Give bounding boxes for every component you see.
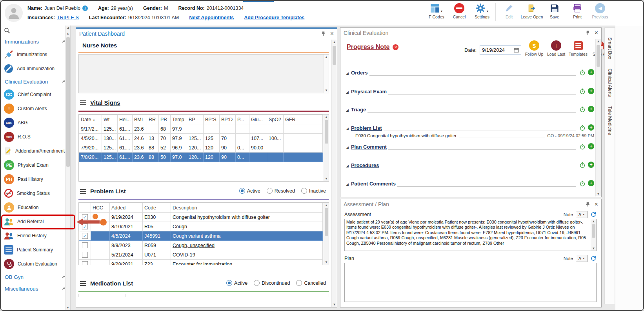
clinical-evaluation-scrollbar[interactable]: ▲ ▼ (595, 39, 601, 196)
note-style-dropdown[interactable]: A▼ (576, 211, 588, 218)
timer-icon[interactable] (579, 106, 586, 113)
radio-off-icon[interactable] (296, 280, 302, 286)
add-icon[interactable]: + (588, 124, 594, 131)
vital-signs-scrollbar[interactable]: ▲ ▼ (324, 115, 329, 181)
column-header-date[interactable]: Date ▼ (79, 115, 102, 124)
problem-row[interactable]: 5/21/2024 U071 COVID-19 (79, 250, 323, 260)
expander-icon[interactable]: ◢ (346, 145, 349, 149)
vitals-row[interactable]: 4/5/20...130...61....24.6137097.9125...1… (79, 134, 323, 143)
section-physical-exam[interactable]: ◢ Physical Exam + (346, 87, 594, 95)
remove-note-icon[interactable]: × (393, 44, 398, 50)
pin-icon[interactable] (321, 31, 326, 36)
tab-tele-medicine[interactable]: Tele Medicine (607, 102, 613, 139)
hamburger-menu-icon[interactable] (80, 189, 86, 194)
radio-off-icon[interactable] (301, 188, 307, 194)
expander-icon[interactable]: ◢ (346, 182, 349, 186)
next-appointments-link[interactable]: Next Appointments (189, 15, 234, 20)
problem-list-entry[interactable]: E030 Congenital hypothyroidism with diff… (355, 132, 594, 138)
sidebar-item-addendum-amendments[interactable]: Addendum/Amendments (1, 144, 70, 158)
add-icon[interactable]: + (588, 143, 594, 149)
add-icon[interactable]: + (588, 69, 594, 75)
checkbox-checked[interactable]: ✓ (82, 214, 88, 220)
column-header[interactable]: BP (187, 115, 204, 124)
sidebar-section-ob-gyn[interactable]: OB Gyn (1, 271, 70, 283)
load-last-button[interactable]: ↓ Load Last (546, 40, 566, 56)
checkbox-unchecked[interactable] (82, 261, 88, 265)
scrollbar-thumb[interactable] (325, 120, 328, 144)
close-icon[interactable]: × (595, 30, 598, 36)
collapse-sidebar-icon[interactable]: ◀ (65, 26, 70, 30)
sidebar-item-immunizations[interactable]: Immunizations (1, 47, 70, 62)
scroll-up-icon[interactable]: ▲ (324, 204, 329, 207)
vitals-row-selected[interactable]: 7/8/20...125...61....23.6885097.0120...1… (79, 153, 323, 162)
sidebar-item-ros[interactable]: ROS R.O.S (1, 130, 70, 144)
radio-off-icon[interactable] (267, 188, 273, 194)
scroll-up-icon[interactable]: ▲ (596, 40, 601, 43)
scroll-down-icon[interactable]: ▼ (332, 303, 337, 306)
dashboard-scrollbar[interactable]: ▲ ▼ (331, 40, 337, 307)
nurse-notes-scrollbar[interactable]: ▲ ▼ (324, 55, 329, 93)
edit-button[interactable]: Edit (499, 2, 519, 19)
filter-cancelled[interactable]: Cancelled (296, 280, 326, 286)
column-header[interactable]: BP:S (204, 115, 220, 124)
problem-row-partial[interactable]: 9/28/2021 Z23 Encounter for immunization (79, 260, 323, 266)
scrollbar-thumb[interactable] (325, 208, 328, 236)
scroll-up-icon[interactable]: ▲ (591, 220, 596, 223)
sidebar-item-abg[interactable]: ABG ABG (1, 116, 70, 130)
follow-up-button[interactable]: $ Follow Up (524, 40, 544, 56)
note-style-dropdown[interactable]: A▼ (576, 255, 588, 262)
vitals-row[interactable]: 7/9/20...125...61....23.6885296.9120...1… (79, 143, 323, 153)
sidebar-item-smoking-status[interactable]: Smoking Status (1, 186, 70, 200)
expander-icon[interactable]: ◢ (346, 127, 349, 131)
column-header[interactable]: Code (143, 203, 171, 213)
tab-smart-box[interactable]: Smart Box (607, 33, 613, 63)
scrollbar-thumb[interactable] (592, 224, 595, 238)
add-icon[interactable]: + (588, 88, 594, 94)
sidebar-item-physical-exam[interactable]: PE Physical Exam (1, 158, 70, 172)
column-header[interactable]: Hei... (118, 115, 133, 124)
timer-icon[interactable] (579, 162, 586, 168)
column-header[interactable]: GFR (284, 115, 323, 124)
filter-active[interactable]: Active (239, 188, 260, 194)
problem-row[interactable]: ✓ 9/19/2024 E030 Congenital hypothyroidi… (79, 213, 323, 222)
expander-icon[interactable]: ◢ (346, 71, 349, 75)
scroll-up-icon[interactable]: ▲ (324, 115, 329, 119)
sidebar-section-miscellaneous[interactable]: Miscellaneous (1, 283, 70, 295)
column-header[interactable]: PR (159, 115, 171, 124)
problem-row[interactable]: ✓ 8/10/2021 R05 Cough (79, 222, 323, 231)
filter-inactive[interactable]: Inactive (301, 188, 326, 194)
sidebar-item-past-history[interactable]: PH Past History (1, 172, 70, 186)
dropdown-caret-icon[interactable]: ▼ (486, 10, 489, 13)
timer-icon[interactable] (579, 88, 586, 95)
section-problem-list[interactable]: ◢ Problem List + (346, 123, 594, 131)
close-icon[interactable]: × (330, 31, 334, 37)
refresh-icon[interactable] (590, 255, 597, 262)
close-icon[interactable]: × (595, 201, 598, 207)
problem-row-selected[interactable]: ✓ 4/5/2024 J45991 Cough variant asthma (79, 231, 323, 241)
column-header[interactable]: Wt (102, 115, 118, 124)
assessment-scrollbar[interactable]: ▲ ▼ (591, 219, 596, 251)
expander-icon[interactable]: ◢ (346, 90, 349, 94)
scroll-up-icon[interactable]: ▲ (65, 32, 70, 35)
vitals-row[interactable]: 9/17/2...125...61....23.66897.9 (79, 124, 323, 134)
checkbox-unchecked[interactable] (82, 252, 88, 258)
problem-description-link[interactable]: COVID-19 (171, 250, 323, 260)
radio-on-icon[interactable] (226, 280, 232, 286)
filter-resolved[interactable]: Resolved (267, 188, 295, 194)
f-codes-button[interactable]: ▼ F Codes (426, 2, 447, 19)
hamburger-menu-icon[interactable] (80, 281, 86, 286)
timer-icon[interactable] (579, 180, 586, 187)
pin-icon[interactable] (586, 202, 590, 207)
timer-icon[interactable] (579, 125, 586, 131)
cancel-button[interactable]: Cancel (449, 2, 469, 19)
sidebar-item-patient-summary[interactable]: Patient Summary (1, 243, 70, 257)
sidebar-item-custom-alerts[interactable]: ! Custom Alerts (1, 102, 70, 116)
sidebar-search[interactable] (1, 25, 70, 36)
section-orders[interactable]: ◢ Orders + (346, 68, 594, 76)
scroll-down-icon[interactable]: ▼ (596, 192, 601, 196)
scroll-down-icon[interactable]: ▼ (591, 247, 596, 250)
column-header[interactable]: Description (171, 203, 323, 213)
add-icon[interactable]: + (588, 106, 594, 112)
sidebar-item-add-immunization[interactable]: Add Immunization (1, 62, 70, 76)
column-header[interactable]: P... (236, 115, 249, 124)
